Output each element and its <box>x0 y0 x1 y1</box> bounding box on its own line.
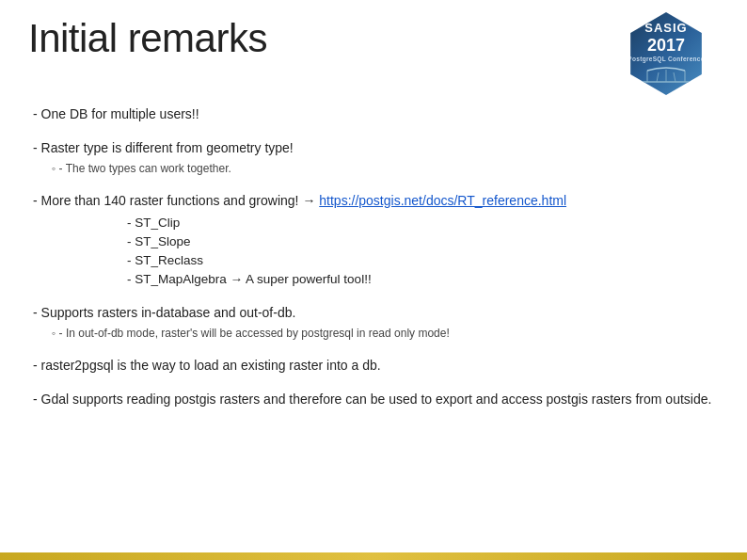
rt-reference-link[interactable]: https://postgis.net/docs/RT_reference.ht… <box>319 193 566 208</box>
indent-item-3: - ST_MapAlgebra → A super powerful tool!… <box>127 270 714 289</box>
bullet-1-main: - One DB for multiple users!! <box>33 104 714 125</box>
svg-line-5 <box>674 72 675 82</box>
slide-content: - One DB for multiple users!! - Raster t… <box>28 104 719 409</box>
bullet-6-main: - Gdal supports reading postgis rasters … <box>33 390 714 410</box>
bullet-4-sub: ◦ - In out-of-db mode, raster's will be … <box>33 325 714 343</box>
indent-item-2: - ST_Reclass <box>127 251 714 270</box>
bullet-2: - Raster type is different from geometry… <box>33 138 714 178</box>
logo-hexagon: SASIG 2017 PostgreSQL Conference <box>625 12 707 95</box>
logo-inner: SASIG 2017 PostgreSQL Conference <box>628 21 704 87</box>
bullet-5-main: - raster2pgsql is the way to load an exi… <box>33 356 714 376</box>
bullet-1: - One DB for multiple users!! <box>33 104 714 125</box>
logo-year-text: 2017 <box>628 36 704 56</box>
logo-subtitle-text: PostgreSQL Conference <box>628 56 704 63</box>
bridge-icon <box>638 65 694 84</box>
indent-item-1: - ST_Slope <box>127 232 714 251</box>
bullet-2-sub: ◦ - The two types can work together. <box>33 160 714 178</box>
bullet-4: - Supports rasters in-database and out-o… <box>33 303 714 343</box>
bullet-3-main: - More than 140 raster functions and gro… <box>33 191 714 212</box>
svg-line-3 <box>657 72 659 82</box>
bullet-3-prefix: - More than 140 raster functions and gro… <box>33 193 319 208</box>
indent-item-0: - ST_Clip <box>127 214 714 232</box>
logo-container: SASIG 2017 PostgreSQL Conference <box>625 12 719 88</box>
bullet-5: - raster2pgsql is the way to load an exi… <box>33 356 714 376</box>
slide: Initial remarks SASIG 2017 PostgreSQL Co… <box>0 0 747 560</box>
slide-title: Initial remarks <box>28 17 267 60</box>
bullet-3: - More than 140 raster functions and gro… <box>33 191 714 290</box>
bullet-6: - Gdal supports reading postgis rasters … <box>33 390 714 410</box>
slide-header: Initial remarks SASIG 2017 PostgreSQL Co… <box>28 17 719 88</box>
logo-sasig-text: SASIG <box>628 21 704 36</box>
bullet-4-main: - Supports rasters in-database and out-o… <box>33 303 714 324</box>
bottom-bar <box>0 552 747 560</box>
bullet-2-main: - Raster type is different from geometry… <box>33 138 714 159</box>
bullet-3-indent: - ST_Clip - ST_Slope - ST_Reclass - ST_M… <box>33 214 714 290</box>
